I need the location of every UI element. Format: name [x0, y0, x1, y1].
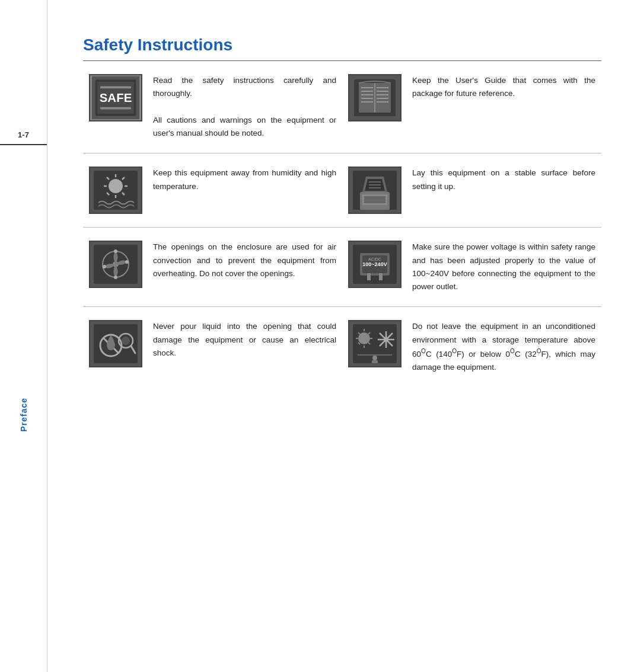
safety-cell-book: Keep the User's Guide that comes with th… [342, 61, 601, 153]
temp-icon [348, 320, 401, 367]
svg-point-47 [114, 276, 117, 279]
safety-cell-laptop: Lay this equipment on a stable surface b… [342, 153, 601, 227]
safety-cell-voltage: 100~240V AC/DC Make sure the power volta… [342, 228, 601, 306]
svg-rect-82 [372, 360, 378, 363]
svg-point-48 [103, 265, 106, 268]
safety-cell-vent: The openings on the enclosure are used f… [83, 228, 342, 306]
liquid-icon [89, 320, 142, 367]
laptop-icon [348, 167, 401, 214]
svg-point-22 [109, 179, 123, 193]
voltage-text: Make sure the power voltage is within sa… [412, 241, 595, 293]
svg-rect-4 [100, 86, 131, 88]
safe-text: Read the safety instructions carefully a… [153, 74, 336, 140]
voltage-icon: 100~240V AC/DC [348, 241, 401, 288]
vent-icon [89, 241, 142, 288]
svg-text:AC/DC: AC/DC [368, 257, 381, 261]
liquid-text: Never pour liquid into the opening that … [153, 320, 336, 360]
book-icon [348, 74, 401, 121]
svg-rect-5 [100, 107, 131, 110]
safety-cell-humidity: Keep this equipment away from humidity a… [83, 153, 342, 227]
book-text: Keep the User's Guide that comes with th… [412, 74, 595, 101]
safety-cell-liquid: Never pour liquid into the opening that … [83, 307, 342, 387]
humidity-icon [89, 167, 142, 214]
temp-text: Do not leave the equipment in an uncondi… [412, 320, 595, 374]
svg-point-46 [125, 260, 129, 264]
humidity-text: Keep this equipment away from humidity a… [153, 167, 336, 193]
page-title: Safety Instructions [83, 36, 601, 55]
safety-cell-temp: Do not leave the equipment in an uncondi… [342, 307, 601, 387]
safety-row-4: Never pour liquid into the opening that … [83, 307, 601, 387]
svg-point-45 [114, 249, 117, 253]
laptop-text: Lay this equipment on a stable surface b… [412, 167, 595, 193]
svg-rect-54 [379, 273, 383, 280]
main-content: Safety Instructions SAFE [47, 0, 631, 672]
safety-row: SAFE Read the safety instructions carefu… [83, 61, 601, 153]
safety-row-2: Keep this equipment away from humidity a… [83, 153, 601, 228]
safe-icon: SAFE [89, 74, 142, 121]
sidebar-label: Preface [19, 398, 28, 432]
svg-rect-40 [364, 196, 385, 203]
sidebar: 1-7 Preface [0, 0, 47, 672]
svg-point-62 [122, 337, 130, 345]
svg-text:100~240V: 100~240V [362, 261, 387, 267]
safety-table: SAFE Read the safety instructions carefu… [83, 61, 601, 387]
page-number: 1-7 [18, 130, 29, 139]
vent-text: The openings on the enclosure are used f… [153, 241, 336, 280]
svg-rect-53 [367, 273, 371, 280]
safety-row-3: The openings on the enclosure are used f… [83, 228, 601, 307]
svg-text:SAFE: SAFE [100, 91, 132, 104]
svg-point-81 [372, 356, 377, 360]
safety-cell-safe: SAFE Read the safety instructions carefu… [83, 61, 342, 153]
svg-point-79 [384, 337, 388, 342]
